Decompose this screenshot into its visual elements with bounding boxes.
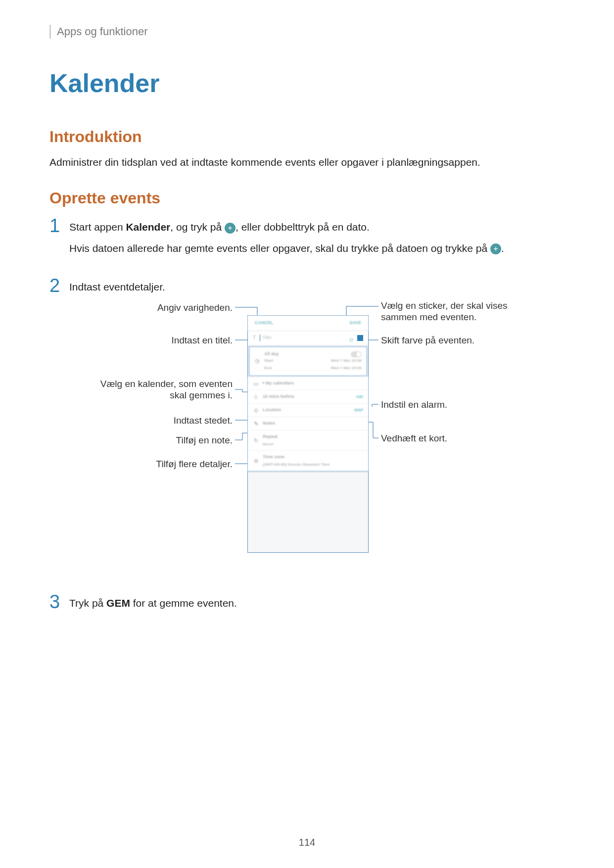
step-body: Indtast eventdetaljer. Angiv varigheden.…	[69, 276, 579, 578]
text: Start appen	[69, 221, 126, 233]
plus-icon: +	[225, 223, 236, 234]
breadcrumb-text: Apps og funktioner	[57, 25, 147, 38]
repeat-row[interactable]: ↻ Repeat Never	[248, 431, 368, 451]
reminder-edit[interactable]: edit	[356, 394, 363, 400]
clock-icon: ◷	[254, 358, 260, 364]
text: Vælg en sticker, der skal vises	[381, 300, 508, 311]
allday-label: All day	[264, 351, 279, 358]
callout-sticker: Vælg en sticker, der skal vises sammen m…	[381, 300, 569, 323]
timezone-row[interactable]: ⊖ Time zone (GMT+09:00) Korean Standard …	[248, 451, 368, 471]
steps-list: 1 Start appen Kalender, og tryk på +, el…	[49, 216, 565, 616]
step-3: 3 Tryk på GEM for at gemme eventen.	[49, 592, 565, 617]
pin-icon: ⊙	[253, 407, 259, 413]
phone-event-editor: CANCEL SAVE T Title ☺ ◷	[247, 315, 369, 553]
page-number: 114	[0, 837, 614, 848]
text: Hvis datoen allerede har gemte events el…	[69, 242, 490, 254]
callout-location: Indtast stedet.	[69, 415, 233, 427]
intro-body: Administrer din tidsplan ved at indtaste…	[49, 155, 565, 169]
cancel-button[interactable]: CANCEL	[255, 320, 274, 327]
end-label: End	[264, 365, 272, 371]
reminder-row[interactable]: ♤ 10 mins before edit	[248, 390, 368, 404]
text: .	[501, 242, 504, 254]
text: sammen med eventen.	[381, 312, 476, 322]
gem-label: GEM	[106, 597, 130, 609]
callout-alarm: Indstil en alarm.	[381, 399, 569, 411]
calendar-row[interactable]: ▭ • My calendars	[248, 377, 368, 390]
repeat-icon: ↻	[253, 437, 259, 443]
text: skal gemmes i.	[170, 390, 233, 400]
callout-calendar: Vælg en kalender, som eventen skal gemme…	[69, 379, 233, 401]
text: Vælg en kalender, som eventen	[100, 379, 233, 389]
step-number: 1	[49, 216, 69, 261]
repeat-label: Repeat	[263, 434, 278, 439]
location-placeholder: Location	[263, 407, 282, 412]
start-label: Start	[264, 358, 273, 364]
location-row[interactable]: ⊙ Location MAP	[248, 404, 368, 417]
title-row[interactable]: T Title ☺	[248, 331, 368, 345]
text: for at gemme eventen.	[130, 597, 237, 609]
callout-duration: Angiv varigheden.	[69, 302, 233, 314]
step-body: Start appen Kalender, og tryk på +, elle…	[69, 216, 504, 261]
save-button[interactable]: SAVE	[349, 320, 361, 327]
text: Indtast eventdetaljer.	[69, 279, 579, 295]
callout-map: Vedhæft et kort.	[381, 433, 569, 444]
page-title: Kalender	[49, 68, 565, 98]
plus-icon: +	[490, 243, 501, 254]
end-value: Wed 7 Mar 23:00	[331, 365, 362, 371]
bell-icon: ♤	[253, 394, 259, 400]
globe-icon: ⊖	[253, 458, 259, 464]
calendar-icon: ▭	[253, 381, 259, 386]
map-button[interactable]: MAP	[354, 407, 363, 413]
callout-details: Tilføj flere detaljer.	[69, 459, 233, 470]
breadcrumb: Apps og funktioner	[49, 25, 565, 39]
text-cursor	[260, 335, 260, 341]
text: , eller dobbelttryk på en dato.	[236, 221, 370, 233]
allday-toggle[interactable]	[351, 351, 362, 357]
section-heading-create-events: Oprette events	[49, 189, 565, 207]
notes-row[interactable]: ✎ Notes	[248, 417, 368, 431]
callout-note: Tilføj en note.	[69, 435, 233, 446]
timezone-label: Time zone	[263, 454, 284, 459]
time-block[interactable]: ◷ All day StartWed 7 Mar 22:00 EndWed 7 …	[249, 346, 367, 377]
color-chip[interactable]	[357, 335, 363, 341]
step-2: 2 Indtast eventdetaljer. Angiv varighede…	[49, 276, 565, 578]
step-body: Tryk på GEM for at gemme eventen.	[69, 592, 237, 617]
sticker-icon[interactable]: ☺	[348, 335, 354, 341]
page: Apps og funktioner Kalender Introduktion…	[0, 0, 614, 868]
repeat-value: Never	[263, 440, 363, 447]
notes-placeholder: Notes	[263, 421, 275, 426]
reminder-value: 10 mins before	[263, 394, 294, 399]
calendar-value: My calendars	[266, 381, 294, 386]
title-field-icon: T	[253, 334, 256, 342]
callout-title: Indtast en titel.	[69, 335, 233, 346]
timezone-value: (GMT+09:00) Korean Standard Time	[263, 461, 363, 468]
step-number: 2	[49, 276, 69, 578]
step-1: 1 Start appen Kalender, og tryk på +, el…	[49, 216, 565, 261]
text: , og tryk på	[170, 221, 225, 233]
callout-color: Skift farve på eventen.	[381, 335, 569, 346]
editor-header: CANCEL SAVE	[248, 316, 368, 331]
annotated-screenshot: Angiv varigheden. Indtast en titel. Vælg…	[69, 300, 579, 578]
note-icon: ✎	[253, 421, 259, 427]
app-name: Kalender	[126, 221, 170, 233]
title-placeholder: Title	[262, 335, 271, 341]
section-heading-introduction: Introduktion	[49, 128, 565, 146]
text: Tryk på	[69, 597, 106, 609]
step-number: 3	[49, 592, 69, 617]
start-value: Wed 7 Mar 22:00	[331, 358, 362, 364]
